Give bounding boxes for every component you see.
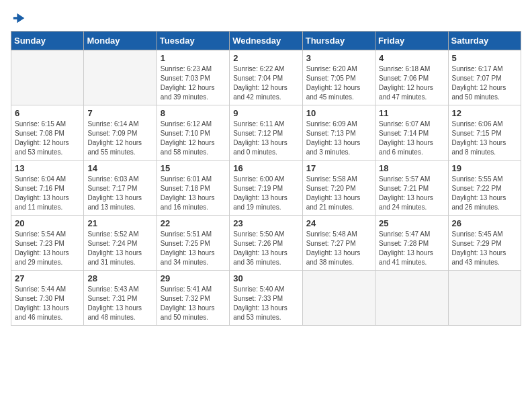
day-detail: Sunrise: 5:50 AM Sunset: 7:26 PM Dayligh…: [233, 230, 298, 267]
calendar-cell: 28Sunrise: 5:43 AM Sunset: 7:31 PM Dayli…: [84, 271, 157, 326]
page-header: [11, 11, 521, 23]
day-detail: Sunrise: 6:23 AM Sunset: 7:03 PM Dayligh…: [161, 64, 226, 102]
calendar-cell: [302, 271, 375, 326]
calendar-cell: [448, 271, 521, 326]
calendar-cell: 14Sunrise: 6:03 AM Sunset: 7:17 PM Dayli…: [84, 161, 157, 216]
calendar-cell: 27Sunrise: 5:44 AM Sunset: 7:30 PM Dayli…: [11, 271, 84, 326]
calendar-cell: 9Sunrise: 6:11 AM Sunset: 7:12 PM Daylig…: [230, 105, 302, 161]
calendar-cell: 26Sunrise: 5:45 AM Sunset: 7:29 PM Dayli…: [448, 216, 521, 271]
day-detail: Sunrise: 6:12 AM Sunset: 7:10 PM Dayligh…: [161, 120, 226, 157]
weekday-header-row: SundayMondayTuesdayWednesdayThursdayFrid…: [11, 32, 521, 50]
day-detail: Sunrise: 5:48 AM Sunset: 7:27 PM Dayligh…: [306, 230, 371, 267]
day-number: 27: [15, 273, 80, 283]
day-detail: Sunrise: 5:55 AM Sunset: 7:22 PM Dayligh…: [452, 175, 517, 212]
calendar-cell: 29Sunrise: 5:41 AM Sunset: 7:32 PM Dayli…: [157, 271, 229, 326]
weekday-header-monday: Monday: [84, 32, 157, 50]
day-number: 23: [233, 218, 298, 228]
calendar-cell: [11, 50, 84, 105]
day-number: 9: [233, 108, 298, 118]
calendar-cell: 3Sunrise: 6:20 AM Sunset: 7:05 PM Daylig…: [302, 50, 375, 105]
day-detail: Sunrise: 5:57 AM Sunset: 7:21 PM Dayligh…: [379, 175, 444, 212]
calendar-cell: 15Sunrise: 6:01 AM Sunset: 7:18 PM Dayli…: [157, 161, 229, 216]
day-number: 12: [452, 108, 517, 118]
calendar-cell: 2Sunrise: 6:22 AM Sunset: 7:04 PM Daylig…: [230, 50, 302, 105]
calendar-table: SundayMondayTuesdayWednesdayThursdayFrid…: [11, 31, 521, 326]
calendar-cell: 6Sunrise: 6:15 AM Sunset: 7:08 PM Daylig…: [11, 105, 84, 161]
day-detail: Sunrise: 5:40 AM Sunset: 7:33 PM Dayligh…: [233, 285, 298, 322]
day-number: 11: [379, 108, 444, 118]
calendar-cell: 10Sunrise: 6:09 AM Sunset: 7:13 PM Dayli…: [302, 105, 375, 161]
day-detail: Sunrise: 6:09 AM Sunset: 7:13 PM Dayligh…: [306, 120, 371, 157]
day-number: 17: [306, 163, 371, 173]
day-detail: Sunrise: 5:54 AM Sunset: 7:23 PM Dayligh…: [15, 230, 80, 267]
calendar-cell: 17Sunrise: 5:58 AM Sunset: 7:20 PM Dayli…: [302, 161, 375, 216]
calendar-cell: 13Sunrise: 6:04 AM Sunset: 7:16 PM Dayli…: [11, 161, 84, 216]
logo: [11, 11, 27, 23]
calendar-cell: 11Sunrise: 6:07 AM Sunset: 7:14 PM Dayli…: [375, 105, 448, 161]
calendar-cell: 12Sunrise: 6:06 AM Sunset: 7:15 PM Dayli…: [448, 105, 521, 161]
day-number: 26: [452, 218, 517, 228]
calendar-cell: 1Sunrise: 6:23 AM Sunset: 7:03 PM Daylig…: [157, 50, 229, 105]
day-number: 14: [87, 163, 152, 173]
day-detail: Sunrise: 6:06 AM Sunset: 7:15 PM Dayligh…: [452, 120, 517, 157]
day-detail: Sunrise: 5:44 AM Sunset: 7:30 PM Dayligh…: [15, 285, 80, 322]
day-detail: Sunrise: 5:52 AM Sunset: 7:24 PM Dayligh…: [87, 230, 152, 267]
day-detail: Sunrise: 5:43 AM Sunset: 7:31 PM Dayligh…: [87, 285, 152, 322]
day-number: 30: [233, 273, 298, 283]
calendar-cell: 8Sunrise: 6:12 AM Sunset: 7:10 PM Daylig…: [157, 105, 229, 161]
day-detail: Sunrise: 6:04 AM Sunset: 7:16 PM Dayligh…: [15, 175, 80, 212]
day-number: 19: [452, 163, 517, 173]
day-number: 6: [15, 108, 80, 118]
calendar-week-row: 1Sunrise: 6:23 AM Sunset: 7:03 PM Daylig…: [11, 50, 521, 105]
day-number: 13: [15, 163, 80, 173]
svg-marker-0: [13, 13, 25, 24]
day-detail: Sunrise: 5:47 AM Sunset: 7:28 PM Dayligh…: [379, 230, 444, 267]
weekday-header-thursday: Thursday: [302, 32, 375, 50]
day-number: 2: [233, 53, 298, 63]
day-number: 5: [452, 53, 517, 63]
calendar-cell: [375, 271, 448, 326]
day-number: 7: [87, 108, 152, 118]
day-number: 22: [161, 218, 226, 228]
day-detail: Sunrise: 6:00 AM Sunset: 7:19 PM Dayligh…: [233, 175, 298, 212]
day-number: 29: [161, 273, 226, 283]
day-detail: Sunrise: 6:15 AM Sunset: 7:08 PM Dayligh…: [15, 120, 80, 157]
calendar-cell: 18Sunrise: 5:57 AM Sunset: 7:21 PM Dayli…: [375, 161, 448, 216]
day-number: 3: [306, 53, 371, 63]
day-number: 1: [161, 53, 226, 63]
day-number: 16: [233, 163, 298, 173]
day-detail: Sunrise: 6:07 AM Sunset: 7:14 PM Dayligh…: [379, 120, 444, 157]
calendar-cell: 5Sunrise: 6:17 AM Sunset: 7:07 PM Daylig…: [448, 50, 521, 105]
weekday-header-friday: Friday: [375, 32, 448, 50]
day-detail: Sunrise: 6:11 AM Sunset: 7:12 PM Dayligh…: [233, 120, 298, 157]
day-number: 10: [306, 108, 371, 118]
day-detail: Sunrise: 5:41 AM Sunset: 7:32 PM Dayligh…: [161, 285, 226, 322]
day-number: 25: [379, 218, 444, 228]
calendar-cell: 30Sunrise: 5:40 AM Sunset: 7:33 PM Dayli…: [230, 271, 302, 326]
calendar-cell: 21Sunrise: 5:52 AM Sunset: 7:24 PM Dayli…: [84, 216, 157, 271]
calendar-cell: 16Sunrise: 6:00 AM Sunset: 7:19 PM Dayli…: [230, 161, 302, 216]
logo-icon: [12, 11, 27, 26]
calendar-cell: 24Sunrise: 5:48 AM Sunset: 7:27 PM Dayli…: [302, 216, 375, 271]
day-detail: Sunrise: 6:22 AM Sunset: 7:04 PM Dayligh…: [233, 64, 298, 102]
calendar-cell: 4Sunrise: 6:18 AM Sunset: 7:06 PM Daylig…: [375, 50, 448, 105]
weekday-header-tuesday: Tuesday: [157, 32, 229, 50]
calendar-cell: [84, 50, 157, 105]
day-detail: Sunrise: 5:58 AM Sunset: 7:20 PM Dayligh…: [306, 175, 371, 212]
day-number: 24: [306, 218, 371, 228]
calendar-week-row: 13Sunrise: 6:04 AM Sunset: 7:16 PM Dayli…: [11, 161, 521, 216]
calendar-week-row: 20Sunrise: 5:54 AM Sunset: 7:23 PM Dayli…: [11, 216, 521, 271]
day-detail: Sunrise: 6:14 AM Sunset: 7:09 PM Dayligh…: [87, 120, 152, 157]
day-detail: Sunrise: 6:03 AM Sunset: 7:17 PM Dayligh…: [87, 175, 152, 212]
day-detail: Sunrise: 6:18 AM Sunset: 7:06 PM Dayligh…: [379, 64, 444, 102]
day-number: 28: [87, 273, 152, 283]
calendar-cell: 23Sunrise: 5:50 AM Sunset: 7:26 PM Dayli…: [230, 216, 302, 271]
day-number: 15: [161, 163, 226, 173]
weekday-header-saturday: Saturday: [448, 32, 521, 50]
weekday-header-wednesday: Wednesday: [230, 32, 302, 50]
calendar-cell: 20Sunrise: 5:54 AM Sunset: 7:23 PM Dayli…: [11, 216, 84, 271]
calendar-cell: 19Sunrise: 5:55 AM Sunset: 7:22 PM Dayli…: [448, 161, 521, 216]
day-detail: Sunrise: 5:45 AM Sunset: 7:29 PM Dayligh…: [452, 230, 517, 267]
day-number: 4: [379, 53, 444, 63]
day-detail: Sunrise: 5:51 AM Sunset: 7:25 PM Dayligh…: [161, 230, 226, 267]
